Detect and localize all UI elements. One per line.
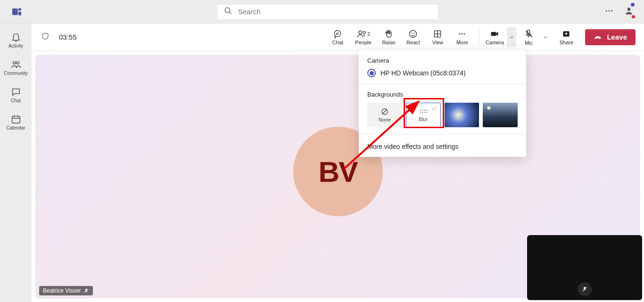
header-more-button[interactable]	[603, 4, 616, 19]
toolbar-label: Share	[560, 40, 573, 45]
chevron-down-icon	[543, 34, 548, 40]
svg-point-9	[16, 61, 18, 64]
svg-point-2	[225, 8, 230, 13]
svg-line-3	[229, 12, 231, 14]
svg-point-6	[611, 10, 612, 11]
app-header	[0, 0, 644, 24]
camera-device-option[interactable]: HP HD Webcam (05c8:0374)	[367, 69, 518, 77]
camera-section-title: Camera	[367, 57, 518, 64]
avatar-initials: BV	[318, 155, 357, 188]
calendar-icon	[11, 114, 21, 124]
mic-dropdown-button[interactable]	[541, 27, 550, 47]
svg-point-37	[420, 112, 421, 113]
bg-option-blur[interactable]: Blur	[406, 103, 441, 127]
svg-point-24	[459, 33, 461, 34]
svg-point-25	[462, 33, 463, 34]
notification-dot-icon	[631, 3, 635, 7]
toolbar-separator	[479, 29, 479, 45]
self-preview[interactable]	[527, 235, 642, 300]
profile-button[interactable]	[624, 6, 634, 17]
svg-point-38	[422, 112, 423, 113]
rail-chat[interactable]: Chat	[1, 82, 31, 107]
svg-point-35	[424, 110, 425, 111]
svg-point-8	[13, 61, 15, 64]
bg-option-none[interactable]: None	[367, 103, 402, 127]
rail-label: Community	[4, 71, 28, 76]
check-icon	[431, 105, 438, 112]
svg-point-40	[426, 112, 427, 113]
rail-activity[interactable]: Activity	[1, 27, 31, 53]
emoji-icon	[408, 29, 418, 39]
participant-name: Beatrice Visser	[43, 287, 81, 294]
people-count: 2	[367, 31, 370, 37]
self-mic-muted-icon	[578, 282, 592, 296]
svg-point-20	[414, 33, 415, 33]
leave-label: Leave	[607, 33, 627, 41]
react-button[interactable]: React	[401, 24, 425, 51]
search-icon	[224, 7, 232, 17]
svg-point-18	[410, 30, 417, 37]
svg-point-4	[606, 10, 607, 11]
svg-rect-10	[12, 116, 20, 123]
search-input[interactable]	[238, 8, 431, 16]
leave-button[interactable]: Leave	[585, 29, 636, 45]
share-screen-icon	[561, 29, 571, 39]
svg-point-19	[412, 33, 413, 33]
mic-button[interactable]: Mic	[516, 24, 541, 51]
main-area: Activity Community Chat Calendar 03:55	[0, 24, 644, 302]
call-timer: 03:55	[59, 33, 77, 41]
rail-label: Chat	[11, 98, 21, 103]
participant-name-chip: Beatrice Visser	[39, 286, 93, 295]
grid-icon	[433, 29, 442, 39]
chat-button[interactable]: Chat	[325, 24, 350, 51]
toolbar-label: View	[432, 40, 444, 45]
rail-community[interactable]: Community	[1, 55, 31, 80]
people-button[interactable]: 2 People	[350, 24, 376, 51]
mic-muted-icon	[524, 29, 533, 39]
chevron-down-icon	[509, 34, 514, 40]
hangup-icon	[594, 33, 602, 41]
meeting-toolbar: 03:55 Chat 2 People	[32, 24, 644, 51]
svg-point-39	[424, 112, 425, 113]
left-rail: Activity Community Chat Calendar	[0, 24, 32, 302]
bg-label: None	[379, 117, 391, 122]
rail-calendar[interactable]: Calendar	[1, 109, 31, 135]
svg-rect-28	[528, 30, 530, 34]
rail-label: Activity	[8, 43, 24, 49]
bg-option-image-1[interactable]	[445, 103, 479, 127]
more-button[interactable]: More	[450, 24, 474, 51]
meeting-window: 03:55 Chat 2 People	[32, 24, 644, 302]
bg-label: Blur	[419, 116, 428, 122]
svg-point-33	[420, 110, 421, 111]
svg-line-32	[382, 109, 387, 114]
camera-button[interactable]: Camera	[482, 24, 507, 51]
more-video-effects-link[interactable]: More video effects and settings	[367, 141, 518, 150]
toolbar-label: React	[406, 40, 420, 45]
camera-icon	[490, 29, 499, 39]
backgrounds-row: None Blur	[367, 103, 518, 127]
toolbar-label: More	[456, 40, 468, 45]
svg-rect-0	[12, 8, 18, 15]
bell-icon	[11, 32, 21, 42]
shield-icon	[41, 32, 50, 42]
rail-label: Calendar	[6, 125, 25, 131]
camera-settings-popover: Camera HP HD Webcam (05c8:0374) Backgrou…	[359, 50, 526, 157]
toolbar-label: Raise	[382, 40, 395, 45]
share-button[interactable]: Share	[554, 24, 578, 51]
blur-icon	[419, 108, 428, 115]
popover-divider	[359, 134, 526, 134]
teams-logo-icon	[10, 5, 24, 18]
none-icon	[381, 108, 388, 115]
bg-option-image-2[interactable]	[483, 103, 518, 127]
svg-point-1	[18, 8, 21, 11]
svg-rect-27	[491, 32, 496, 35]
raise-hand-button[interactable]: Raise	[376, 24, 401, 51]
svg-point-7	[627, 8, 631, 11]
svg-point-17	[359, 31, 362, 34]
search-box[interactable]	[217, 4, 438, 20]
view-button[interactable]: View	[425, 24, 450, 51]
svg-point-14	[335, 30, 341, 36]
toolbar-label: Mic	[525, 40, 533, 46]
camera-dropdown-button[interactable]	[507, 27, 516, 47]
svg-point-36	[426, 110, 427, 111]
